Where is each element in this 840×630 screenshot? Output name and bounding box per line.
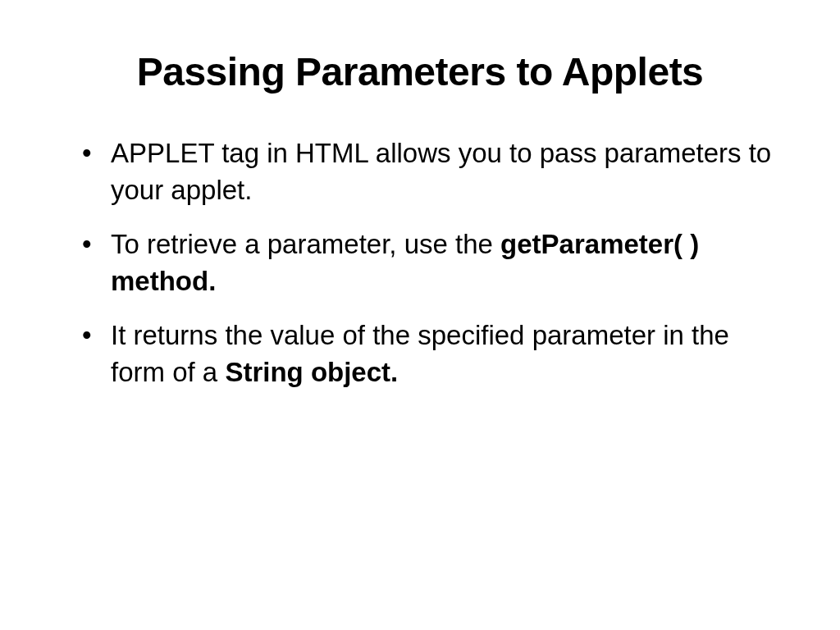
- slide-title: Passing Parameters to Applets: [57, 49, 783, 94]
- bullet-item: It returns the value of the specified pa…: [82, 317, 783, 390]
- bullet-list: APPLET tag in HTML allows you to pass pa…: [57, 135, 783, 390]
- bullet-text: To retrieve a parameter, use the: [111, 229, 500, 259]
- bullet-bold: String object.: [225, 357, 398, 387]
- bullet-item: To retrieve a parameter, use the getPara…: [82, 226, 783, 299]
- bullet-item: APPLET tag in HTML allows you to pass pa…: [82, 135, 783, 208]
- bullet-text: APPLET tag in HTML allows you to pass pa…: [111, 138, 771, 205]
- bullet-text: It returns the value of the specified pa…: [111, 320, 729, 387]
